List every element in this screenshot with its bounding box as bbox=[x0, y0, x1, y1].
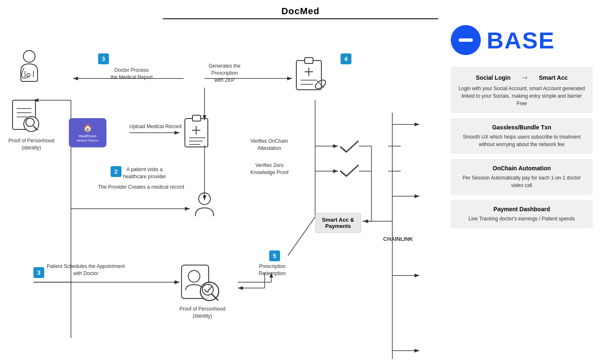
onchain-desc: Per Session Automatically pay for each 1… bbox=[458, 174, 585, 189]
step3-bottom-badge: 3 bbox=[33, 267, 44, 278]
base-circle-icon bbox=[451, 25, 481, 55]
gassless-card: Gassless/Bundle Txn Smooth UX which help… bbox=[451, 118, 593, 154]
onchain-card: OnChain Automation Per Session Automatic… bbox=[451, 159, 593, 195]
prescription-icon bbox=[292, 54, 330, 92]
step2-badge: 2 bbox=[111, 166, 121, 177]
upload-label: Upload Medical Record bbox=[129, 123, 182, 130]
proof-label-bottom: Proof of Personhood (Identity) bbox=[179, 306, 225, 320]
right-panel: BASE Social Login → Smart Acc Login with… bbox=[442, 17, 601, 364]
smart-acc-label: Smart Acc bbox=[539, 74, 568, 81]
onchain-title: OnChain Automation bbox=[458, 165, 585, 172]
prescription-redemption-label: Prescription Redemption bbox=[259, 263, 286, 277]
step2-text: A patient visits a healthcare provider bbox=[123, 166, 166, 180]
step5-badge: 5 bbox=[269, 250, 280, 261]
svg-rect-53 bbox=[192, 115, 201, 121]
svg-point-61 bbox=[188, 270, 200, 282]
diagram-area: Proof of Personhood (Identity) 3 Doctor … bbox=[0, 17, 442, 364]
page-title: DocMed bbox=[0, 0, 601, 17]
proof-of-personhood-top-icon: Proof of Personhood (Identity) bbox=[8, 98, 54, 152]
svg-line-51 bbox=[317, 81, 324, 88]
healthcare-card: 🏠 Healthcare Medical Platform bbox=[69, 118, 106, 147]
check-zkp bbox=[339, 163, 360, 179]
svg-point-33 bbox=[23, 51, 35, 62]
verifies-zkp-label: Verifies Zero Knowledge Proof bbox=[250, 162, 288, 176]
payment-title: Payment Dashboard bbox=[458, 206, 585, 212]
medical-record-icon bbox=[182, 113, 213, 150]
check-onchain bbox=[339, 139, 360, 154]
gassless-title: Gassless/Bundle Txn bbox=[458, 124, 585, 131]
svg-rect-45 bbox=[305, 58, 313, 63]
arrow-right-icon: → bbox=[520, 73, 529, 82]
verifies-onchain-label: Verifies OnChain Attestation bbox=[250, 138, 288, 152]
social-login-label: Social Login bbox=[476, 74, 510, 81]
healthcare-icon: 🏠 bbox=[83, 124, 92, 133]
healthcare-card-text: Healthcare bbox=[78, 134, 97, 139]
step3-bottom-text: Patient Schedules the Appointment with D… bbox=[47, 263, 125, 277]
svg-point-59 bbox=[199, 193, 210, 205]
base-text: BASE bbox=[487, 27, 555, 54]
chainlink-label: CHAINLINK bbox=[383, 236, 413, 242]
social-login-card: Social Login → Smart Acc Login with your… bbox=[451, 67, 593, 113]
payment-card: Payment Dashboard Live Tracking doctor's… bbox=[451, 200, 593, 228]
base-logo: BASE bbox=[451, 25, 593, 55]
provider-creates-text: The Provider Creates a medical record bbox=[98, 184, 184, 191]
doctor-icon bbox=[13, 48, 46, 86]
smart-acc-box: Smart Acc & Payments bbox=[315, 213, 361, 233]
step4-badge: 4 bbox=[341, 53, 351, 64]
patient-icon bbox=[192, 191, 217, 220]
gassless-desc: Smooth UX which helps users subscribe to… bbox=[458, 133, 585, 148]
social-login-desc: Login with your Social Account, smart Ac… bbox=[458, 85, 585, 107]
step3-top-badge: 3 bbox=[98, 53, 109, 64]
social-login-row: Social Login → Smart Acc bbox=[458, 73, 585, 82]
proof-label-top: Proof of Personhood (Identity) bbox=[8, 137, 54, 152]
svg-line-31 bbox=[288, 217, 315, 255]
proof-of-personhood-bottom-icon: Proof of Personhood (Identity) bbox=[179, 263, 225, 320]
step3-top-label: Doctor Process the Medical Report bbox=[111, 67, 153, 81]
payment-desc: Live Tracking doctor's earnings / Patien… bbox=[458, 215, 585, 222]
generates-label: Generates the Prescription with ZKP bbox=[209, 63, 240, 83]
